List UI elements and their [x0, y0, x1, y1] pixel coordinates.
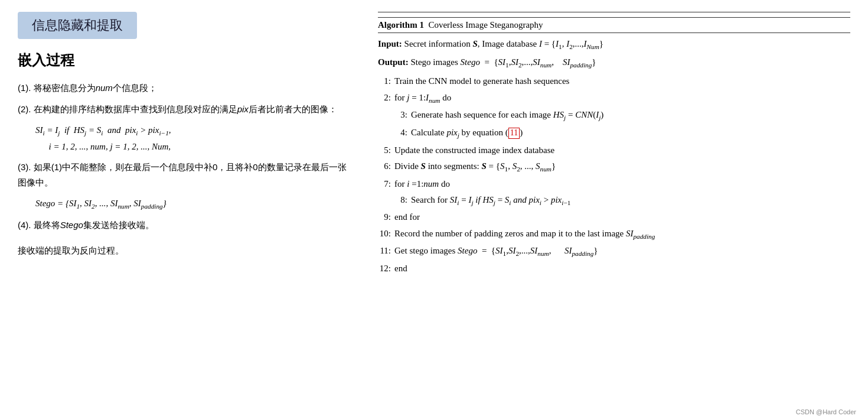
algo-name: Coverless Image Steganography: [428, 20, 543, 30]
top-divider: [378, 12, 850, 12]
step-text-7: for i =1:num do: [394, 176, 850, 191]
step-num-9: 9:: [378, 209, 394, 225]
step-5: 5: Update the constructed image index da…: [378, 142, 850, 158]
step-num-2: 2:: [378, 90, 394, 105]
step-num-1: 1:: [378, 73, 394, 89]
step-text-5: Update the constructed image index datab…: [394, 142, 850, 158]
step-8: 8: Search for SIi = Ij if HSj = Si and p…: [378, 192, 850, 209]
information-word: information: [429, 39, 471, 48]
step-num-3: 3:: [394, 107, 411, 122]
algo-steps: 1: Train the CNN model to generate hash …: [378, 73, 850, 276]
algo-label: Algorithm 1: [378, 20, 424, 30]
step-9: 9: end for: [378, 209, 850, 225]
step-7: 7: for i =1:num do: [378, 176, 850, 191]
step-text-12: end: [394, 261, 850, 276]
para5: 接收端的提取为反向过程。: [18, 243, 348, 258]
step-text-3: Generate hash sequence for each image HS…: [411, 107, 850, 124]
step-num-12: 12:: [378, 261, 394, 276]
title-text: 信息隐藏和提取: [32, 18, 123, 33]
step-num-7: 7:: [378, 176, 394, 191]
input-label: Input:: [378, 39, 402, 48]
step-2: 2: for j = 1:Inum do: [378, 90, 850, 107]
title-banner: 信息隐藏和提取: [18, 12, 137, 39]
output-label: Output:: [378, 57, 409, 67]
step-1: 1: Train the CNN model to generate hash …: [378, 73, 850, 89]
math1: SIi = Ij if HSj = Si and pixi > pixi−1, …: [35, 122, 348, 155]
para3: (3). 如果(1)中不能整除，则在最后一个信息段中补0，且将补0的数量记录在最…: [18, 160, 348, 190]
step-num-4: 4:: [394, 125, 411, 140]
step-num-11: 11:: [378, 243, 394, 258]
algo-title: Algorithm 1 Coverless Image Steganograph…: [378, 17, 850, 33]
section-heading: 嵌入过程: [18, 51, 348, 70]
ref-11: 11: [508, 128, 520, 139]
input-line: Input: Secret information S, Image datab…: [378, 37, 850, 53]
watermark: CSDN @Hard Coder: [796, 408, 856, 415]
step-text-6: Divide S into segments: S = {S1, S2, ...…: [394, 158, 850, 176]
step-num-6: 6:: [378, 158, 394, 174]
para1: (1). 将秘密信息分为num个信息段；: [18, 80, 348, 96]
step-text-9: end for: [394, 209, 850, 225]
step-num-5: 5:: [378, 142, 394, 158]
step-text-11: Get stego images Stego = {SI1,SI2,...,SI…: [394, 243, 850, 260]
output-line: Output: Stego images Stego = {SI1,SI2,..…: [378, 55, 850, 71]
left-panel: 信息隐藏和提取 嵌入过程 (1). 将秘密信息分为num个信息段； (2). 在…: [0, 0, 366, 419]
step-num-10: 10:: [378, 226, 394, 241]
step-10: 10: Record the number of padding zeros a…: [378, 226, 850, 243]
step-3: 3: Generate hash sequence for each image…: [378, 107, 850, 124]
math3: Stego = {SI1, SI2, ..., SInum, SIpadding…: [35, 196, 348, 212]
step-num-8: 8:: [394, 192, 411, 207]
step-text-4: Calculate pixj by equation (11): [411, 125, 850, 142]
step-12: 12: end: [378, 261, 850, 276]
step-4: 4: Calculate pixj by equation (11): [378, 125, 850, 142]
right-panel: Algorithm 1 Coverless Image Steganograph…: [366, 0, 868, 419]
step-text-8: Search for SIi = Ij if HSj = Si and pixi…: [411, 192, 850, 209]
step-text-2: for j = 1:Inum do: [394, 90, 850, 107]
para2: (2). 在构建的排序结构数据库中查找到信息段对应的满足pix后者比前者大的图像…: [18, 102, 348, 117]
step-6: 6: Divide S into segments: S = {S1, S2, …: [378, 158, 850, 176]
step-text-1: Train the CNN model to generate hash seq…: [394, 73, 850, 89]
step-11: 11: Get stego images Stego = {SI1,SI2,..…: [378, 243, 850, 260]
para4: (4). 最终将Stego集发送给接收端。: [18, 217, 348, 233]
step-text-10: Record the number of padding zeros and m…: [394, 226, 850, 243]
